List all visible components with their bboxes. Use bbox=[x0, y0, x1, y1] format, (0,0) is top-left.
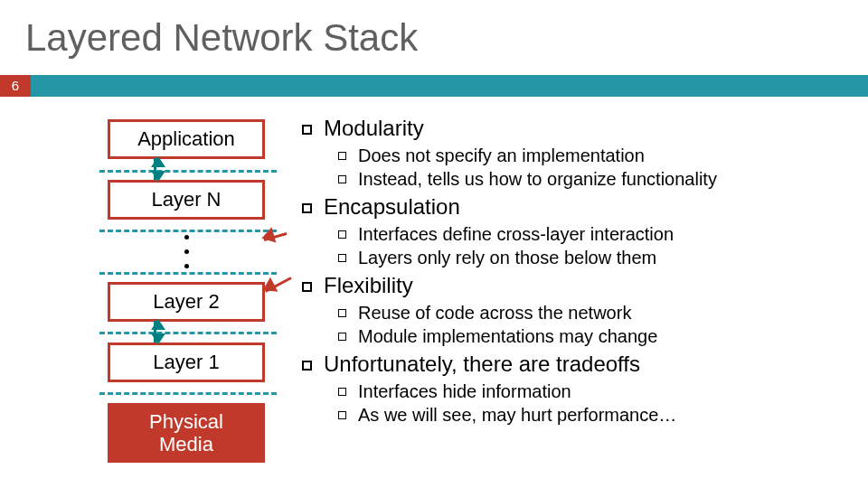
bullet-content: Modularity Does not specify an implement… bbox=[298, 116, 850, 427]
bullet-marker-icon bbox=[298, 116, 315, 143]
layer-1: Layer 1 bbox=[108, 343, 265, 382]
subbullet: Interfaces define cross-layer interactio… bbox=[338, 223, 850, 246]
bullet-marker-icon bbox=[338, 380, 351, 403]
bullet-encapsulation: Encapsulation bbox=[298, 194, 850, 221]
bullet-text: Encapsulation bbox=[324, 194, 460, 220]
page-number: 6 bbox=[0, 75, 31, 97]
bullet-marker-icon bbox=[338, 145, 351, 167]
ellipsis-icon bbox=[179, 230, 193, 273]
bullet-marker-icon bbox=[338, 325, 351, 348]
subbullet: Reuse of code across the network bbox=[338, 302, 850, 324]
subbullet: Module implementations may change bbox=[338, 325, 850, 348]
subbullet: Instead, tells us how to organize functi… bbox=[338, 168, 850, 191]
bullet-tradeoffs: Unfortunately, there are tradeoffs bbox=[298, 352, 850, 379]
layer-application: Application bbox=[108, 119, 265, 159]
bullet-text: Reuse of code across the network bbox=[358, 302, 631, 324]
subbullet: As we will see, may hurt performance… bbox=[338, 404, 850, 427]
bullet-text: Does not specify an implementation bbox=[358, 145, 645, 167]
bullet-modularity: Modularity bbox=[298, 116, 850, 143]
layer-n: Layer N bbox=[108, 180, 265, 220]
layer-label: Physical Media bbox=[149, 410, 223, 456]
subbullet: Does not specify an implementation bbox=[338, 145, 850, 167]
layer-label: Layer 1 bbox=[153, 351, 219, 374]
bullet-marker-icon bbox=[298, 352, 315, 379]
bullet-text: Interfaces hide information bbox=[358, 380, 571, 403]
bullet-marker-icon bbox=[298, 273, 315, 300]
bullet-marker-icon bbox=[338, 168, 351, 191]
bullet-text: Modularity bbox=[324, 116, 424, 141]
bullet-text: As we will see, may hurt performance… bbox=[358, 404, 676, 427]
bullet-marker-icon bbox=[338, 223, 351, 246]
slide-title: Layered Network Stack bbox=[25, 16, 418, 60]
bullet-marker-icon bbox=[338, 302, 351, 324]
accent-band bbox=[0, 75, 868, 97]
bullet-marker-icon bbox=[338, 404, 351, 427]
layer-physical: Physical Media bbox=[108, 403, 265, 463]
bullet-text: Module implementations may change bbox=[358, 325, 657, 348]
bullet-text: Flexibility bbox=[324, 273, 413, 298]
interface-divider bbox=[99, 332, 277, 334]
subbullet: Interfaces hide information bbox=[338, 380, 850, 403]
bullet-text: Layers only rely on those below them bbox=[358, 247, 656, 269]
layer-label: Layer N bbox=[151, 188, 221, 211]
double-arrow-icon bbox=[154, 158, 156, 180]
bullet-flexibility: Flexibility bbox=[298, 273, 850, 300]
bullet-text: Instead, tells us how to organize functi… bbox=[358, 168, 717, 191]
double-arrow-icon bbox=[154, 321, 156, 343]
layer-label: Layer 2 bbox=[153, 290, 219, 314]
bullet-text: Interfaces define cross-layer interactio… bbox=[358, 223, 674, 246]
bullet-marker-icon bbox=[338, 247, 351, 269]
layer-2: Layer 2 bbox=[108, 282, 265, 322]
interface-divider bbox=[99, 392, 277, 395]
layer-label: Application bbox=[137, 127, 235, 151]
interface-divider bbox=[99, 170, 277, 173]
bullet-marker-icon bbox=[298, 194, 315, 221]
subbullet: Layers only rely on those below them bbox=[338, 247, 850, 269]
bullet-text: Unfortunately, there are tradeoffs bbox=[324, 352, 640, 377]
